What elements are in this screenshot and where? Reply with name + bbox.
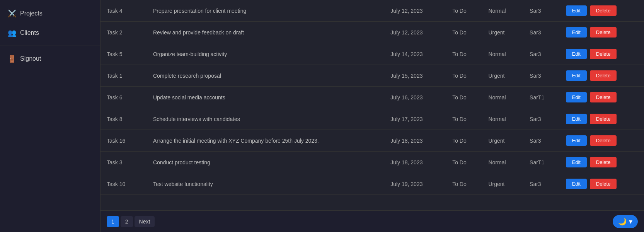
- sidebar-item-label: Projects: [20, 10, 43, 17]
- task-actions: Edit Delete: [560, 0, 644, 22]
- edit-button[interactable]: Edit: [566, 27, 587, 38]
- task-status: To Do: [446, 108, 482, 130]
- task-table-container: Task 4 Prepare presentation for client m…: [101, 0, 644, 210]
- task-date: July 17, 2023: [384, 108, 446, 130]
- task-name: Task 10: [101, 173, 147, 195]
- sidebar-item-signout[interactable]: 🚪 Signout: [0, 49, 100, 68]
- task-priority: Normal: [482, 43, 523, 65]
- task-priority: Urgent: [482, 130, 523, 152]
- task-date: July 12, 2023: [384, 0, 446, 22]
- task-name: Task 2: [101, 22, 147, 43]
- theme-toggle-button[interactable]: 🌙 ▾: [613, 215, 638, 228]
- task-assignee: Sar3: [523, 65, 559, 87]
- task-actions: Edit Delete: [560, 108, 644, 130]
- task-priority: Normal: [482, 0, 523, 22]
- table-row: Task 8 Schedule interviews with candidat…: [101, 108, 644, 130]
- table-row: Task 1 Complete research proposal July 1…: [101, 65, 644, 87]
- edit-button[interactable]: Edit: [566, 5, 587, 16]
- main-content: Task 4 Prepare presentation for client m…: [101, 0, 644, 232]
- task-assignee: Sar3: [523, 108, 559, 130]
- task-actions: Edit Delete: [560, 87, 644, 108]
- edit-button[interactable]: Edit: [566, 49, 587, 59]
- task-description: Update social media accounts: [147, 87, 384, 108]
- edit-button[interactable]: Edit: [566, 114, 587, 124]
- task-name: Task 6: [101, 87, 147, 108]
- theme-chevron-icon: ▾: [629, 217, 632, 226]
- signout-icon: 🚪: [8, 55, 16, 63]
- task-name: Task 8: [101, 108, 147, 130]
- task-assignee: SarT1: [523, 87, 559, 108]
- page-button-2[interactable]: 2: [121, 216, 133, 227]
- task-name: Task 1: [101, 65, 147, 87]
- task-status: To Do: [446, 173, 482, 195]
- edit-button[interactable]: Edit: [566, 179, 587, 189]
- task-name: Task 3: [101, 152, 147, 173]
- task-description: Complete research proposal: [147, 65, 384, 87]
- task-actions: Edit Delete: [560, 65, 644, 87]
- task-description: Prepare presentation for client meeting: [147, 0, 384, 22]
- delete-button[interactable]: Delete: [590, 157, 617, 167]
- task-assignee: Sar3: [523, 0, 559, 22]
- task-date: July 18, 2023: [384, 152, 446, 173]
- sidebar-item-label: Clients: [20, 29, 39, 36]
- task-name: Task 5: [101, 43, 147, 65]
- task-priority: Normal: [482, 152, 523, 173]
- edit-button[interactable]: Edit: [566, 157, 587, 167]
- projects-icon: ⚔️: [8, 9, 16, 18]
- task-actions: Edit Delete: [560, 152, 644, 173]
- task-date: July 16, 2023: [384, 87, 446, 108]
- task-date: July 12, 2023: [384, 22, 446, 43]
- delete-button[interactable]: Delete: [590, 49, 617, 59]
- task-status: To Do: [446, 87, 482, 108]
- task-date: July 14, 2023: [384, 43, 446, 65]
- delete-button[interactable]: Delete: [590, 92, 617, 102]
- sidebar-item-label: Signout: [20, 55, 41, 62]
- delete-button[interactable]: Delete: [590, 5, 617, 16]
- table-row: Task 5 Organize team-building activity J…: [101, 43, 644, 65]
- delete-button[interactable]: Delete: [590, 135, 617, 146]
- task-name: Task 16: [101, 130, 147, 152]
- task-date: July 19, 2023: [384, 173, 446, 195]
- moon-icon: 🌙: [618, 217, 627, 226]
- delete-button[interactable]: Delete: [590, 114, 617, 124]
- task-assignee: Sar3: [523, 173, 559, 195]
- sidebar-item-projects[interactable]: ⚔️ Projects: [0, 4, 100, 23]
- delete-button[interactable]: Delete: [590, 70, 617, 81]
- table-row: Task 6 Update social media accounts July…: [101, 87, 644, 108]
- task-assignee: Sar3: [523, 43, 559, 65]
- task-priority: Urgent: [482, 22, 523, 43]
- task-assignee: Sar3: [523, 130, 559, 152]
- delete-button[interactable]: Delete: [590, 179, 617, 189]
- task-name: Task 4: [101, 0, 147, 22]
- table-row: Task 4 Prepare presentation for client m…: [101, 0, 644, 22]
- task-status: To Do: [446, 130, 482, 152]
- delete-button[interactable]: Delete: [590, 27, 617, 38]
- next-button[interactable]: Next: [135, 216, 155, 227]
- sidebar: ⚔️ Projects 👥 Clients 🚪 Signout: [0, 0, 101, 232]
- task-description: Arrange the initial meeting with XYZ Com…: [147, 130, 384, 152]
- task-priority: Urgent: [482, 65, 523, 87]
- edit-button[interactable]: Edit: [566, 92, 587, 102]
- task-description: Schedule interviews with candidates: [147, 108, 384, 130]
- task-description: Review and provide feedback on draft: [147, 22, 384, 43]
- task-status: To Do: [446, 43, 482, 65]
- clients-icon: 👥: [8, 29, 16, 37]
- sidebar-item-clients[interactable]: 👥 Clients: [0, 23, 100, 43]
- table-row: Task 10 Test website functionality July …: [101, 173, 644, 195]
- task-date: July 15, 2023: [384, 65, 446, 87]
- task-description: Organize team-building activity: [147, 43, 384, 65]
- edit-button[interactable]: Edit: [566, 135, 587, 146]
- task-description: Conduct product testing: [147, 152, 384, 173]
- page-button-1[interactable]: 1: [107, 216, 119, 227]
- task-date: July 18, 2023: [384, 130, 446, 152]
- task-priority: Urgent: [482, 173, 523, 195]
- task-status: To Do: [446, 0, 482, 22]
- task-priority: Normal: [482, 108, 523, 130]
- task-actions: Edit Delete: [560, 43, 644, 65]
- task-status: To Do: [446, 152, 482, 173]
- edit-button[interactable]: Edit: [566, 70, 587, 81]
- table-row: Task 2 Review and provide feedback on dr…: [101, 22, 644, 43]
- task-description: Test website functionality: [147, 173, 384, 195]
- task-status: To Do: [446, 65, 482, 87]
- task-actions: Edit Delete: [560, 173, 644, 195]
